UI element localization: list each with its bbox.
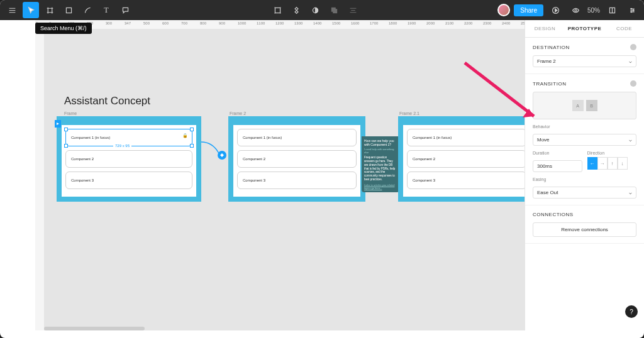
component-card[interactable]: Component 3 — [237, 172, 357, 189]
direction-label: Direction — [587, 151, 637, 155]
svg-rect-4 — [333, 9, 337, 13]
align-icon[interactable] — [345, 2, 362, 18]
component-card[interactable]: Component 2 — [407, 150, 525, 168]
selection-dimensions: 729 x 95 — [113, 143, 131, 148]
share-button[interactable]: Share — [514, 4, 543, 16]
remove-connections-button[interactable]: Remove connections — [533, 222, 636, 237]
panel-tabs: DESIGN PROTOTYPE CODE — [525, 20, 644, 38]
tab-code[interactable]: CODE — [604, 20, 644, 37]
frame-2[interactable]: Component 1 (in focus) Component 2 Compo… — [228, 116, 365, 202]
bounds-icon[interactable] — [270, 2, 286, 18]
svg-point-6 — [574, 9, 576, 11]
union-icon[interactable] — [326, 2, 343, 18]
help-fab[interactable]: ? — [625, 305, 638, 318]
component-card[interactable]: Component 2 — [237, 150, 357, 168]
component-icon[interactable] — [289, 2, 305, 18]
connections-heading: CONNECTIONS — [533, 212, 574, 217]
ruler-horizontal: -100010020030034750060070080090010001100… — [35, 20, 525, 29]
duration-label: Duration — [533, 151, 582, 155]
component-card[interactable]: Component 3 — [407, 172, 525, 189]
component-card[interactable]: Component 1 (in focus) — [237, 129, 357, 146]
direction-left[interactable]: ← — [587, 157, 597, 170]
component-card[interactable]: Component 3 — [65, 172, 192, 189]
shape-tool-icon[interactable] — [60, 2, 77, 18]
component-card[interactable]: Component 2 — [65, 150, 192, 168]
destination-select[interactable]: Frame 2⌵ — [533, 55, 636, 67]
direction-up[interactable]: ↑ — [608, 157, 618, 170]
tab-design[interactable]: DESIGN — [525, 20, 565, 37]
zoom-level[interactable]: 50% — [587, 7, 600, 14]
svg-point-8 — [633, 9, 634, 11]
book-icon[interactable] — [604, 2, 620, 18]
menu-icon[interactable] — [4, 2, 20, 18]
prototype-connection[interactable] — [200, 134, 231, 166]
text-tool-icon[interactable]: T — [98, 2, 114, 18]
main-toolbar: T Share 50% — [0, 0, 644, 20]
duration-input[interactable]: 300ms — [533, 160, 582, 172]
direction-down[interactable]: ↓ — [618, 157, 628, 170]
frame-tool-icon[interactable] — [42, 2, 58, 18]
transition-preview[interactable]: A B — [533, 92, 636, 119]
chevron-down-icon: ⌵ — [629, 137, 632, 143]
chevron-down-icon: ⌵ — [629, 58, 632, 64]
page-title: Assistant Concept — [64, 95, 150, 107]
help-icon[interactable] — [630, 44, 636, 50]
svg-point-7 — [631, 8, 632, 9]
comment-tool-icon[interactable] — [117, 2, 133, 18]
ruler-vertical — [35, 29, 44, 330]
direction-group: ← → ↑ ↓ — [587, 157, 637, 170]
svg-rect-0 — [66, 8, 71, 13]
annotation-arrow — [458, 57, 547, 147]
settings-icon[interactable] — [624, 2, 640, 18]
view-icon[interactable] — [567, 2, 584, 18]
help-panel[interactable]: How can we help you with Component 1? I … — [362, 136, 399, 192]
frame-label[interactable]: Frame 2 — [230, 111, 246, 116]
play-icon[interactable] — [547, 2, 564, 18]
avatar[interactable] — [497, 4, 510, 16]
lock-icon: 🔒 — [182, 133, 188, 138]
horizontal-scrollbar[interactable] — [44, 327, 145, 330]
pen-tool-icon[interactable] — [79, 2, 96, 18]
behavior-select[interactable]: Move⌵ — [533, 134, 636, 146]
chevron-down-icon: ⌵ — [629, 190, 632, 195]
tooltip: Search Menu (⌘/) — [35, 23, 92, 34]
mask-icon[interactable] — [308, 2, 324, 18]
tab-prototype[interactable]: PROTOTYPE — [565, 20, 604, 37]
behavior-label: Behavior — [533, 124, 636, 129]
frame-label[interactable]: Frame 2.1 — [399, 111, 419, 116]
help-icon[interactable] — [630, 80, 636, 87]
easing-label: Easing — [533, 177, 636, 182]
destination-heading: DESTINATION — [533, 45, 570, 50]
svg-rect-1 — [275, 8, 280, 13]
move-tool-icon[interactable] — [23, 2, 39, 18]
easing-select[interactable]: Ease Out⌵ — [533, 187, 636, 199]
start-arrow-icon — [55, 120, 61, 128]
direction-right[interactable]: → — [597, 157, 608, 170]
frame-label[interactable]: Frame — [64, 111, 77, 116]
canvas[interactable]: Assistant Concept Frame Component 1 (in … — [44, 29, 525, 330]
frame-1[interactable]: Component 1 (in focus) 🔒 729 x 95 Compon… — [57, 116, 201, 202]
svg-point-9 — [631, 11, 632, 13]
